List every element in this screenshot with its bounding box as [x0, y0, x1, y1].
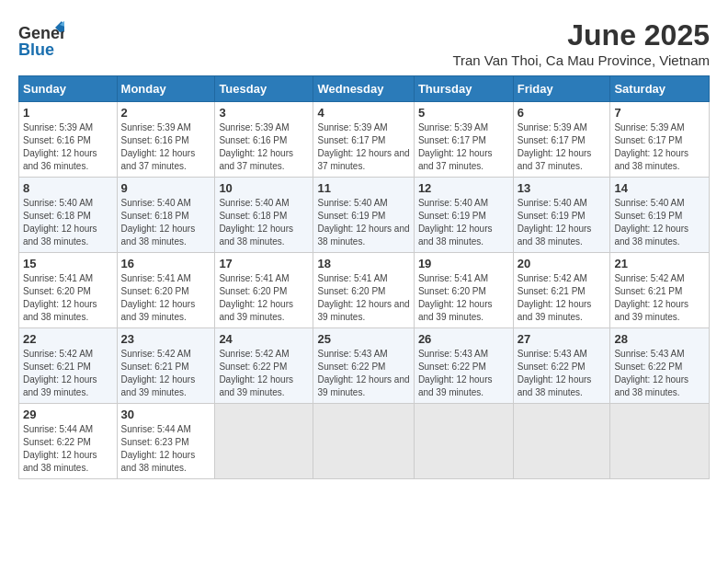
cell-info: Sunrise: 5:39 AMSunset: 6:17 PMDaylight:…: [418, 121, 509, 173]
cell-info: Sunrise: 5:41 AMSunset: 6:20 PMDaylight:…: [418, 272, 509, 324]
cell-info: Sunrise: 5:42 AMSunset: 6:21 PMDaylight:…: [518, 272, 607, 324]
cell-day-number: 20: [518, 257, 607, 270]
cell-info: Sunrise: 5:44 AMSunset: 6:23 PMDaylight:…: [121, 423, 211, 475]
table-row: 30Sunrise: 5:44 AMSunset: 6:23 PMDayligh…: [117, 404, 215, 479]
table-row: 18Sunrise: 5:41 AMSunset: 6:20 PMDayligh…: [313, 253, 414, 328]
cell-info: Sunrise: 5:40 AMSunset: 6:18 PMDaylight:…: [219, 197, 309, 248]
col-friday: Friday: [513, 76, 610, 102]
cell-day-number: 10: [219, 181, 309, 195]
cell-info: Sunrise: 5:40 AMSunset: 6:19 PMDaylight:…: [418, 197, 509, 248]
cell-day-number: 9: [121, 181, 211, 195]
cell-day-number: 12: [418, 181, 509, 195]
table-row: 29Sunrise: 5:44 AMSunset: 6:22 PMDayligh…: [19, 404, 118, 479]
cell-info: Sunrise: 5:39 AMSunset: 6:16 PMDaylight:…: [121, 121, 211, 173]
table-row: 21Sunrise: 5:42 AMSunset: 6:21 PMDayligh…: [610, 253, 710, 328]
cell-info: Sunrise: 5:41 AMSunset: 6:20 PMDaylight:…: [23, 272, 113, 324]
table-row: 22Sunrise: 5:42 AMSunset: 6:21 PMDayligh…: [19, 328, 118, 404]
table-row: 9Sunrise: 5:40 AMSunset: 6:18 PMDaylight…: [117, 178, 215, 253]
cell-day-number: 30: [121, 408, 211, 421]
cell-day-number: 27: [518, 332, 607, 346]
logo: General Blue: [18, 18, 64, 64]
cell-day-number: 7: [614, 106, 705, 120]
calendar-week-row: 15Sunrise: 5:41 AMSunset: 6:20 PMDayligh…: [19, 253, 710, 328]
table-row: 5Sunrise: 5:39 AMSunset: 6:17 PMDaylight…: [414, 102, 513, 178]
table-row: 13Sunrise: 5:40 AMSunset: 6:19 PMDayligh…: [513, 178, 610, 253]
cell-day-number: 19: [418, 257, 509, 270]
cell-day-number: 15: [23, 257, 113, 270]
cell-info: Sunrise: 5:40 AMSunset: 6:18 PMDaylight:…: [121, 197, 211, 248]
page-subtitle: Tran Van Thoi, Ca Mau Province, Vietnam: [452, 52, 710, 68]
cell-day-number: 8: [23, 181, 113, 195]
calendar-week-row: 29Sunrise: 5:44 AMSunset: 6:22 PMDayligh…: [19, 404, 710, 479]
svg-text:Blue: Blue: [18, 40, 54, 59]
cell-info: Sunrise: 5:43 AMSunset: 6:22 PMDaylight:…: [614, 348, 705, 399]
cell-day-number: 6: [518, 106, 607, 120]
page-title: June 2025: [452, 18, 710, 52]
table-row: [513, 404, 610, 479]
cell-day-number: 24: [219, 332, 309, 346]
table-row: 26Sunrise: 5:43 AMSunset: 6:22 PMDayligh…: [414, 328, 513, 404]
table-row: 17Sunrise: 5:41 AMSunset: 6:20 PMDayligh…: [215, 253, 313, 328]
cell-info: Sunrise: 5:41 AMSunset: 6:20 PMDaylight:…: [219, 272, 309, 324]
cell-info: Sunrise: 5:41 AMSunset: 6:20 PMDaylight:…: [317, 272, 409, 324]
table-row: 24Sunrise: 5:42 AMSunset: 6:22 PMDayligh…: [215, 328, 313, 404]
table-row: 4Sunrise: 5:39 AMSunset: 6:17 PMDaylight…: [313, 102, 414, 178]
table-row: 20Sunrise: 5:42 AMSunset: 6:21 PMDayligh…: [513, 253, 610, 328]
table-row: 27Sunrise: 5:43 AMSunset: 6:22 PMDayligh…: [513, 328, 610, 404]
cell-info: Sunrise: 5:42 AMSunset: 6:21 PMDaylight:…: [23, 348, 113, 399]
table-row: 28Sunrise: 5:43 AMSunset: 6:22 PMDayligh…: [610, 328, 710, 404]
table-row: 10Sunrise: 5:40 AMSunset: 6:18 PMDayligh…: [215, 178, 313, 253]
table-row: 3Sunrise: 5:39 AMSunset: 6:16 PMDaylight…: [215, 102, 313, 178]
table-row: [313, 404, 414, 479]
cell-day-number: 13: [518, 181, 607, 195]
table-row: 6Sunrise: 5:39 AMSunset: 6:17 PMDaylight…: [513, 102, 610, 178]
calendar-week-row: 1Sunrise: 5:39 AMSunset: 6:16 PMDaylight…: [19, 102, 710, 178]
cell-info: Sunrise: 5:41 AMSunset: 6:20 PMDaylight:…: [121, 272, 211, 324]
cell-day-number: 11: [317, 181, 409, 195]
cell-info: Sunrise: 5:43 AMSunset: 6:22 PMDaylight:…: [518, 348, 607, 399]
cell-day-number: 5: [418, 106, 509, 120]
table-row: 2Sunrise: 5:39 AMSunset: 6:16 PMDaylight…: [117, 102, 215, 178]
cell-day-number: 23: [121, 332, 211, 346]
cell-info: Sunrise: 5:42 AMSunset: 6:21 PMDaylight:…: [121, 348, 211, 399]
title-block: June 2025 Tran Van Thoi, Ca Mau Province…: [452, 18, 710, 68]
cell-info: Sunrise: 5:39 AMSunset: 6:17 PMDaylight:…: [317, 121, 409, 173]
table-row: 1Sunrise: 5:39 AMSunset: 6:16 PMDaylight…: [19, 102, 118, 178]
calendar-header-row: Sunday Monday Tuesday Wednesday Thursday…: [19, 76, 710, 102]
table-row: 8Sunrise: 5:40 AMSunset: 6:18 PMDaylight…: [19, 178, 118, 253]
cell-day-number: 1: [23, 106, 113, 120]
cell-info: Sunrise: 5:40 AMSunset: 6:19 PMDaylight:…: [614, 197, 705, 248]
cell-info: Sunrise: 5:40 AMSunset: 6:18 PMDaylight:…: [23, 197, 113, 248]
cell-info: Sunrise: 5:42 AMSunset: 6:22 PMDaylight:…: [219, 348, 309, 399]
table-row: [414, 404, 513, 479]
cell-info: Sunrise: 5:39 AMSunset: 6:16 PMDaylight:…: [23, 121, 113, 173]
col-saturday: Saturday: [610, 76, 710, 102]
cell-day-number: 28: [614, 332, 705, 346]
calendar-week-row: 22Sunrise: 5:42 AMSunset: 6:21 PMDayligh…: [19, 328, 710, 404]
cell-info: Sunrise: 5:40 AMSunset: 6:19 PMDaylight:…: [518, 197, 607, 248]
page-header: General Blue June 2025 Tran Van Thoi, Ca…: [18, 18, 710, 68]
calendar-table: Sunday Monday Tuesday Wednesday Thursday…: [18, 75, 710, 479]
cell-day-number: 17: [219, 257, 309, 270]
table-row: 25Sunrise: 5:43 AMSunset: 6:22 PMDayligh…: [313, 328, 414, 404]
cell-info: Sunrise: 5:42 AMSunset: 6:21 PMDaylight:…: [614, 272, 705, 324]
table-row: 23Sunrise: 5:42 AMSunset: 6:21 PMDayligh…: [117, 328, 215, 404]
col-thursday: Thursday: [414, 76, 513, 102]
cell-info: Sunrise: 5:39 AMSunset: 6:17 PMDaylight:…: [518, 121, 607, 173]
cell-day-number: 29: [23, 408, 113, 421]
table-row: 16Sunrise: 5:41 AMSunset: 6:20 PMDayligh…: [117, 253, 215, 328]
table-row: 19Sunrise: 5:41 AMSunset: 6:20 PMDayligh…: [414, 253, 513, 328]
cell-day-number: 3: [219, 106, 309, 120]
table-row: [215, 404, 313, 479]
table-row: 12Sunrise: 5:40 AMSunset: 6:19 PMDayligh…: [414, 178, 513, 253]
col-tuesday: Tuesday: [215, 76, 313, 102]
cell-day-number: 21: [614, 257, 705, 270]
table-row: [610, 404, 710, 479]
calendar-week-row: 8Sunrise: 5:40 AMSunset: 6:18 PMDaylight…: [19, 178, 710, 253]
cell-day-number: 4: [317, 106, 409, 120]
col-wednesday: Wednesday: [313, 76, 414, 102]
logo-icon: General Blue: [18, 18, 64, 64]
table-row: 15Sunrise: 5:41 AMSunset: 6:20 PMDayligh…: [19, 253, 118, 328]
cell-info: Sunrise: 5:39 AMSunset: 6:16 PMDaylight:…: [219, 121, 309, 173]
cell-day-number: 16: [121, 257, 211, 270]
